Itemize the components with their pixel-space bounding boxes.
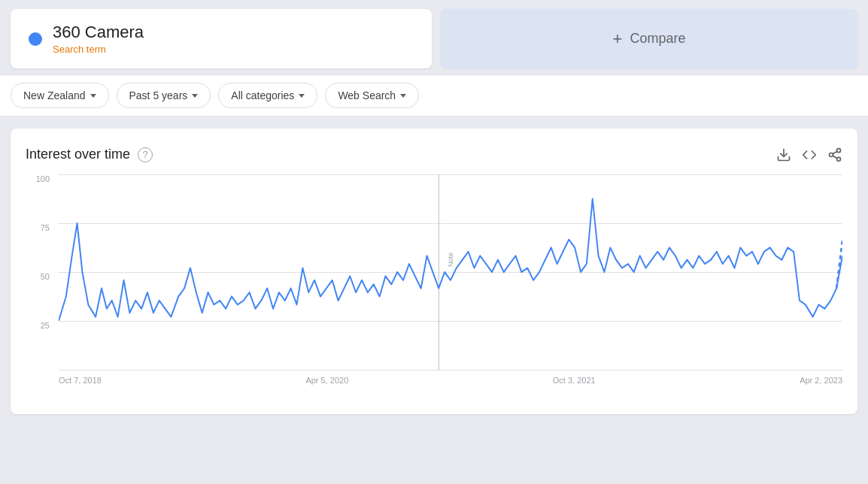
compare-card[interactable]: + Compare	[441, 9, 857, 68]
help-icon[interactable]: ?	[138, 147, 153, 162]
chart-inner: Note	[59, 174, 842, 370]
chart-title-group: Interest over time ?	[26, 147, 153, 162]
x-label-2023: Apr 2, 2023	[800, 376, 842, 385]
y-label-75: 75	[26, 223, 50, 232]
chart-svg	[59, 174, 842, 370]
compare-label: Compare	[630, 31, 685, 47]
chart-actions	[776, 147, 842, 162]
filter-region-label: New Zealand	[23, 89, 86, 101]
search-term-card: 360 Camera Search term	[11, 9, 432, 68]
x-label-2021: Oct 3, 2021	[553, 376, 596, 385]
term-info: 360 Camera Search term	[53, 23, 144, 55]
chevron-down-icon	[400, 94, 406, 98]
embed-code-icon[interactable]	[802, 147, 817, 162]
chart-card: Interest over time ?	[11, 129, 857, 414]
top-bar: 360 Camera Search term + Compare	[0, 0, 868, 74]
filters-bar: New Zealand Past 5 years All categories …	[0, 74, 868, 116]
term-name: 360 Camera	[53, 23, 144, 42]
chart-area: 100 75 50 25 Note	[26, 174, 842, 385]
share-icon[interactable]	[827, 147, 842, 162]
chevron-down-icon	[299, 94, 305, 98]
filter-category[interactable]: All categories	[218, 83, 317, 108]
y-label-50: 50	[26, 272, 50, 281]
main-content: Interest over time ?	[0, 121, 868, 422]
chevron-down-icon	[90, 94, 96, 98]
y-label-100: 100	[26, 174, 50, 183]
svg-line-5	[833, 151, 837, 153]
x-label-2018: Oct 7, 2018	[59, 376, 102, 385]
filter-search-type-label: Web Search	[338, 89, 396, 101]
filter-time[interactable]: Past 5 years	[117, 83, 211, 108]
y-axis-labels: 100 75 50 25	[26, 174, 50, 385]
download-icon[interactable]	[776, 147, 791, 162]
svg-line-4	[833, 156, 837, 158]
term-type: Search term	[53, 44, 144, 55]
filter-time-label: Past 5 years	[129, 89, 188, 101]
grid-line-0	[59, 370, 842, 371]
chart-title: Interest over time	[26, 147, 130, 162]
compare-plus-icon: +	[613, 29, 623, 49]
chevron-down-icon	[192, 94, 198, 98]
chart-header: Interest over time ?	[26, 147, 842, 162]
y-label-25: 25	[26, 321, 50, 330]
x-label-2020: Apr 5, 2020	[305, 376, 348, 385]
search-term-dot	[29, 32, 42, 46]
filter-category-label: All categories	[231, 89, 294, 101]
filter-search-type[interactable]: Web Search	[325, 83, 419, 108]
filter-region[interactable]: New Zealand	[11, 83, 109, 108]
x-labels: Oct 7, 2018 Apr 5, 2020 Oct 3, 2021 Apr …	[59, 376, 842, 385]
